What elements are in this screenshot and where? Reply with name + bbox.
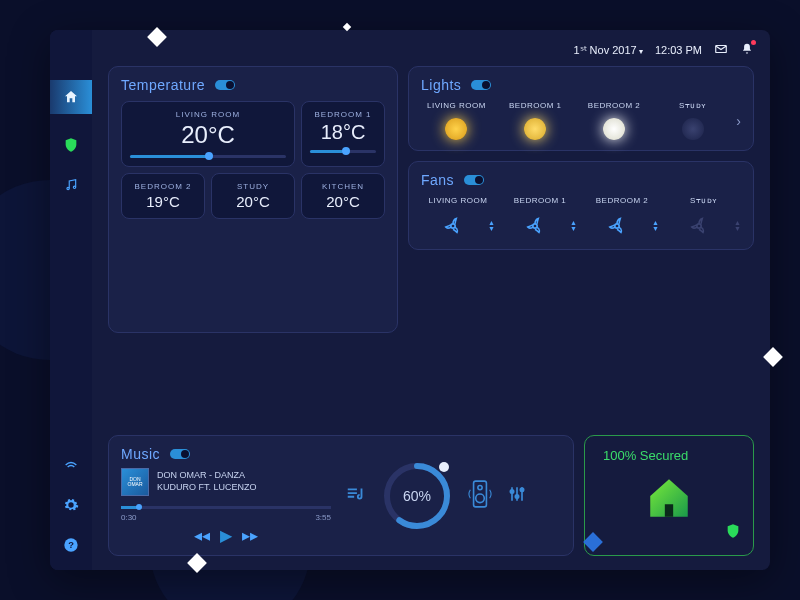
svg-rect-17 bbox=[665, 504, 673, 517]
fan-speed-control[interactable]: ▲▼ bbox=[734, 220, 741, 232]
light-study[interactable]: Sᴛᴜᴅʏ bbox=[657, 101, 728, 140]
svg-point-5 bbox=[450, 224, 454, 228]
svg-text:?: ? bbox=[68, 540, 74, 550]
play-button[interactable]: ▶ bbox=[220, 526, 232, 545]
fan-icon[interactable] bbox=[440, 213, 466, 239]
svg-point-7 bbox=[614, 224, 618, 228]
svg-point-13 bbox=[476, 494, 485, 503]
bulb-icon[interactable] bbox=[603, 118, 625, 140]
bulb-icon[interactable] bbox=[524, 118, 546, 140]
sidebar: ? bbox=[50, 30, 92, 570]
security-panel[interactable]: 100% Secured bbox=[584, 435, 754, 556]
volume-knob[interactable] bbox=[439, 462, 449, 472]
music-title: Music bbox=[121, 446, 160, 462]
mail-icon[interactable] bbox=[714, 42, 728, 58]
fans-title: Fans bbox=[421, 172, 454, 188]
header-date[interactable]: 1ˢᵗ Nov 2017 bbox=[573, 44, 643, 57]
shield-icon bbox=[725, 523, 741, 543]
temp-card-bed2[interactable]: BEDROOM 2 19°C bbox=[121, 173, 205, 219]
temp-card-kitchen[interactable]: KITCHEN 20°C bbox=[301, 173, 385, 219]
speaker-icon[interactable] bbox=[467, 479, 493, 513]
playlist-icon[interactable] bbox=[345, 483, 367, 509]
fan-bed1[interactable]: BEDROOM 1 ▲▼ bbox=[503, 196, 577, 239]
fan-speed-control[interactable]: ▲▼ bbox=[488, 220, 495, 232]
temp-slider[interactable] bbox=[310, 150, 376, 153]
nav-home[interactable] bbox=[50, 80, 92, 114]
nav-settings[interactable] bbox=[62, 496, 80, 514]
fan-study[interactable]: Sᴛᴜᴅʏ ▲▼ bbox=[667, 196, 741, 239]
time-total: 3:55 bbox=[315, 513, 331, 522]
lights-panel: Lights LIVING ROOM BEDROOM 1 BEDROOM 2 S… bbox=[408, 66, 754, 151]
temp-card-study[interactable]: STUDY 20°C bbox=[211, 173, 295, 219]
equalizer-icon[interactable] bbox=[507, 484, 527, 508]
temperature-panel: Temperature LIVING ROOM 20°C BEDROOM 1 1… bbox=[108, 66, 398, 333]
music-toggle[interactable] bbox=[170, 449, 190, 459]
music-progress[interactable] bbox=[121, 506, 331, 509]
track-name: DON OMAR - DANZAKUDURO FT. LUCENZO bbox=[157, 470, 257, 493]
nav-music[interactable] bbox=[62, 176, 80, 194]
light-bed2[interactable]: BEDROOM 2 bbox=[579, 101, 650, 140]
bulb-icon[interactable] bbox=[682, 118, 704, 140]
temp-card-bed1[interactable]: BEDROOM 1 18°C bbox=[301, 101, 385, 167]
header-time: 12:03 PM bbox=[655, 44, 702, 56]
svg-point-15 bbox=[515, 494, 518, 497]
bell-icon[interactable] bbox=[740, 42, 754, 58]
svg-point-16 bbox=[520, 488, 523, 491]
fans-panel: Fans LIVING ROOM ▲▼ BEDROOM 1 ▲▼ BEDROOM… bbox=[408, 161, 754, 250]
fan-bed2[interactable]: BEDROOM 2 ▲▼ bbox=[585, 196, 659, 239]
light-bed1[interactable]: BEDROOM 1 bbox=[500, 101, 571, 140]
svg-point-12 bbox=[478, 485, 482, 489]
svg-point-8 bbox=[696, 224, 700, 228]
album-cover[interactable]: DONOMAR bbox=[121, 468, 149, 496]
prev-button[interactable]: ◂◂ bbox=[194, 526, 210, 545]
music-panel: Music DONOMAR DON OMAR - DANZAKUDURO FT.… bbox=[108, 435, 574, 556]
lights-title: Lights bbox=[421, 77, 461, 93]
fan-icon[interactable] bbox=[604, 213, 630, 239]
nav-help[interactable]: ? bbox=[62, 536, 80, 554]
next-button[interactable]: ▸▸ bbox=[242, 526, 258, 545]
fan-icon[interactable] bbox=[522, 213, 548, 239]
light-living[interactable]: LIVING ROOM bbox=[421, 101, 492, 140]
house-secured-icon bbox=[644, 473, 694, 523]
lights-more-icon[interactable]: › bbox=[736, 113, 741, 129]
nav-shield[interactable] bbox=[62, 136, 80, 154]
svg-point-1 bbox=[73, 186, 75, 188]
svg-point-0 bbox=[67, 187, 69, 189]
fan-speed-control[interactable]: ▲▼ bbox=[652, 220, 659, 232]
temp-slider[interactable] bbox=[130, 155, 286, 158]
temp-card-living[interactable]: LIVING ROOM 20°C bbox=[121, 101, 295, 167]
svg-point-14 bbox=[510, 489, 513, 492]
bulb-icon[interactable] bbox=[445, 118, 467, 140]
fans-toggle[interactable] bbox=[464, 175, 484, 185]
svg-point-6 bbox=[532, 224, 536, 228]
fan-icon[interactable] bbox=[686, 213, 712, 239]
time-elapsed: 0:30 bbox=[121, 513, 137, 522]
temperature-toggle[interactable] bbox=[215, 80, 235, 90]
temperature-title: Temperature bbox=[121, 77, 205, 93]
nav-wifi[interactable] bbox=[62, 456, 80, 474]
fan-speed-control[interactable]: ▲▼ bbox=[570, 220, 577, 232]
fan-living[interactable]: LIVING ROOM ▲▼ bbox=[421, 196, 495, 239]
lights-toggle[interactable] bbox=[471, 80, 491, 90]
security-label: 100% Secured bbox=[597, 448, 688, 463]
volume-dial[interactable]: 60% bbox=[381, 460, 453, 532]
